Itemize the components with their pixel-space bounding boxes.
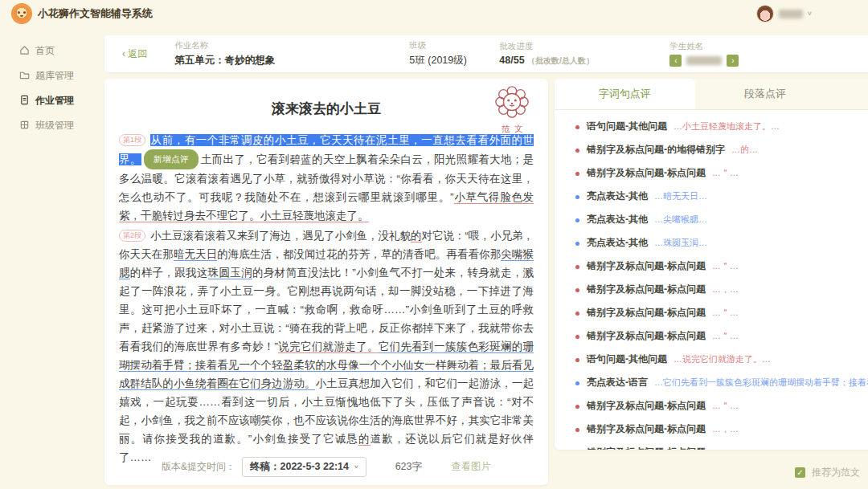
essay-card: 范文 滚来滚去的小土豆 第1段从前，有一个非常调皮的小土豆，它天天待在泥土里，一…	[104, 79, 548, 485]
comment-row[interactable]: 亮点表达-语言…它们先看到一簇簇色彩斑斓的珊瑚摆动着手臂；接着看见一个个轻盈柔软…	[555, 371, 868, 394]
class-value: 5班 (2019级)	[409, 54, 499, 67]
comment-bullet-icon	[575, 149, 579, 153]
comment-row[interactable]: 语句问题-其他问题…说完它们就游走了。…	[555, 348, 868, 371]
paragraph-tag: 第2段	[119, 230, 145, 242]
class-icon	[19, 120, 30, 132]
comment-bullet-icon	[575, 335, 579, 339]
comment-bullet-icon	[575, 288, 579, 292]
comment-row[interactable]: 错别字及标点问题-标点问题…，…	[555, 278, 868, 301]
grading-progress-label: 批改进度	[499, 41, 669, 52]
assignment-infobar: ‹ 返回 作业名称 第五单元：奇妙的想象 班级 5班 (2019级) 批改进度 …	[104, 35, 868, 72]
tab-2[interactable]: 教师总评	[835, 79, 868, 109]
grading-progress-field: 批改进度 48/55 （批改数/总人数）	[499, 41, 669, 67]
comment-row[interactable]: 错别字及标点问题-标点问题…＂…	[555, 394, 868, 418]
essay-text-segment-u-blue[interactable]: 珠圆玉润	[208, 267, 252, 279]
tab-1[interactable]: 段落点评	[695, 79, 836, 109]
student-name-masked	[686, 56, 722, 65]
comment-row[interactable]: 错别字及标点问题-的地得错别字…的…	[555, 138, 868, 161]
comment-row[interactable]: 错别字及标点问题-标点问题…＂…	[555, 255, 868, 278]
essay-paragraph-1: 第1段从前，有一个非常调皮的小土豆，它天天待在泥土里，一直想去看看外面的世界。新…	[119, 131, 534, 225]
sidebar-item-1[interactable]: 题库管理	[0, 63, 104, 88]
essay-paragraph-2: 第2段小土豆滚着滚着又来到了海边，遇见了小剑鱼，没礼貌的对它说：“喂，小兄弟，你…	[119, 226, 534, 467]
class-field: 班级 5班 (2019级)	[409, 40, 499, 67]
comment-row[interactable]: 错别字及标点问题-标点问题…＂…	[555, 324, 868, 348]
word-count: 623字	[395, 460, 422, 474]
chevron-down-icon: ˅	[354, 463, 358, 471]
view-images-link[interactable]: 查看图片	[451, 460, 491, 474]
lion-seal-icon	[493, 84, 530, 120]
student-name-label: 学生姓名	[669, 41, 805, 52]
class-label: 班级	[409, 40, 499, 51]
sidebar-item-label: 首页	[35, 44, 55, 58]
comment-category-label: 亮点表达-其他	[587, 236, 648, 250]
essay-text-segment-plain: 的样子，跟我这	[130, 267, 208, 279]
comment-snippet: …＂…	[712, 400, 868, 412]
sidebar: 首页题库管理作业管理班级管理	[0, 27, 104, 489]
sidebar-item-label: 作业管理	[35, 94, 74, 108]
chevron-down-icon: ˅	[808, 10, 812, 18]
sidebar-item-label: 题库管理	[35, 69, 74, 83]
sidebar-item-2[interactable]: 作业管理	[0, 88, 104, 113]
comment-category-label: 错别字及标点问题-标点问题	[587, 166, 706, 180]
comment-snippet: …尖嘴猴腮…	[654, 214, 868, 226]
comment-category-label: 错别字及标点问题-标点问题	[587, 306, 706, 320]
comment-bullet-icon	[575, 428, 579, 432]
comment-row[interactable]: 亮点表达-其他…暗无天日…	[555, 185, 868, 208]
comment-bullet-icon	[575, 358, 579, 362]
comment-category-label: 错别字及标点问题-标点问题	[587, 399, 706, 413]
comment-category-label: 亮点表达-其他	[587, 189, 648, 203]
essay-text-segment-plain: 的海底生活，都没闻过花的芬芳，草的清香吧。再看看你那	[217, 248, 501, 260]
app-header: 小花狮作文智能辅导系统 ˅	[0, 0, 868, 27]
comment-panel: 字词句点评段落点评教师总评 语句问题-其他问题…小土豆轻蔑地滚走了。…错别字及标…	[555, 79, 868, 450]
comment-row[interactable]: 错别字及标点问题-标点问题…，…	[555, 418, 868, 441]
comment-row[interactable]: 亮点表达-其他…尖嘴猴腮…	[555, 208, 868, 231]
essay-text-segment-u-red[interactable]: 的	[358, 433, 371, 446]
comment-bullet-icon	[575, 381, 579, 385]
tab-0[interactable]: 字词句点评	[555, 79, 695, 109]
comment-snippet: …，…	[712, 283, 868, 295]
comment-snippet: …＂…	[712, 167, 868, 179]
next-student-button[interactable]: ›	[727, 55, 739, 67]
comment-row[interactable]: 亮点表达-其他…珠圆玉润…	[555, 231, 868, 255]
comment-tabs: 字词句点评段落点评教师总评	[555, 79, 868, 110]
comment-category-label: 错别字及标点问题-的地得错别字	[587, 143, 725, 157]
user-name-masked	[779, 10, 803, 18]
essay-text-segment-u-red[interactable]: 的	[411, 230, 422, 242]
essay-text-segment-plain: 小土豆滚着滚着又来到了海边，遇见了小剑鱼，没礼貌	[150, 230, 411, 242]
user-menu[interactable]: ˅	[756, 5, 812, 22]
comment-snippet: …＂…	[712, 330, 868, 342]
comment-category-label: 错别字及标点问题-标点问题	[587, 329, 706, 343]
comment-category-label: 亮点表达-语言	[587, 376, 648, 389]
version-select[interactable]: 终稿：2022-5-3 22:14 ˅	[242, 457, 366, 477]
comment-bullet-icon	[575, 218, 579, 222]
comment-snippet: …＂…	[712, 307, 868, 319]
user-avatar	[756, 5, 774, 22]
comment-bullet-icon	[575, 172, 579, 176]
recommend-checkbox[interactable]: ✓	[795, 467, 805, 478]
comment-row[interactable]: 错别字及标点问题-标点问题…＂…	[555, 161, 868, 185]
sidebar-item-0[interactable]: 首页	[0, 39, 104, 63]
essay-text-segment-u-red[interactable]: 说完它们就游走了。	[278, 340, 379, 353]
comment-bullet-icon	[575, 405, 579, 409]
panel-footer: ✓ 推荐为范文 i 发布点评	[555, 450, 868, 485]
comment-category-label: 错别字及标点问题-标点问题	[587, 259, 706, 273]
comment-snippet: …暗无天日…	[654, 190, 868, 202]
app-title: 小花狮作文智能辅导系统	[38, 6, 153, 21]
comment-category-label: 语句问题-其他问题	[587, 352, 667, 366]
essay-text-segment-u-blue[interactable]: 暗无天日	[174, 248, 217, 261]
comment-row[interactable]: 错别字及标点问题-标点问题…，…	[555, 441, 868, 450]
sidebar-item-3[interactable]: 班级管理	[0, 113, 104, 138]
comment-bullet-icon	[575, 195, 579, 199]
add-comment-button[interactable]: 新增点评	[144, 149, 199, 169]
model-essay-seal: 范文	[487, 84, 537, 135]
comment-row[interactable]: 错别字及标点问题-标点问题…＂…	[555, 301, 868, 324]
essay-body: 第1段从前，有一个非常调皮的小土豆，它天天待在泥土里，一直想去看看外面的世界。新…	[119, 131, 534, 467]
back-button[interactable]: ‹ 返回	[122, 47, 147, 61]
home-icon	[19, 45, 30, 58]
student-name-field: 学生姓名 ‹ ›	[669, 41, 805, 67]
comment-row[interactable]: 语句问题-其他问题…小土豆轻蔑地滚走了。…	[555, 115, 868, 138]
comment-snippet: …说完它们就游走了。…	[674, 353, 868, 365]
prev-student-button[interactable]: ‹	[669, 55, 682, 67]
assignment-name-label: 作业名称	[174, 40, 409, 51]
comment-bullet-icon	[575, 312, 579, 316]
